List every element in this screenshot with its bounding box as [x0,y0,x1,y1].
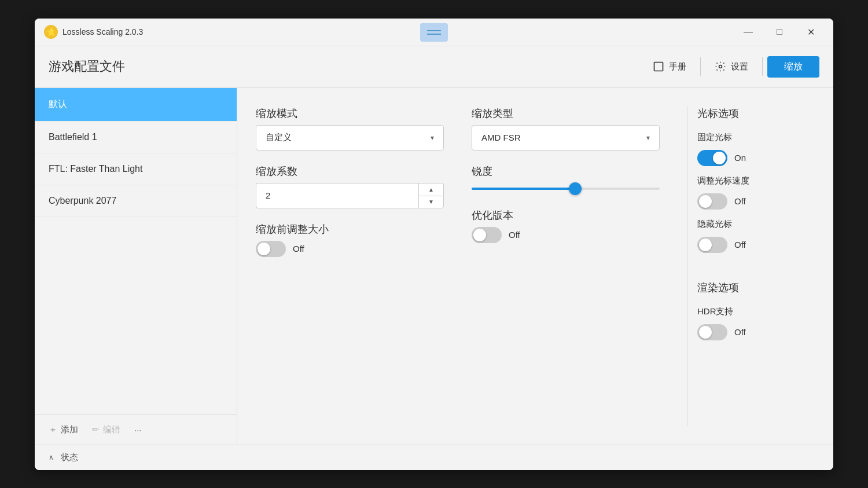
content: 缩放模式 自定义 ▾ 缩放系数 ▲ ▼ [237,88,833,445]
scaling-mode-dropdown[interactable]: 自定义 ▾ [256,125,444,151]
menu-icon[interactable] [420,23,448,42]
sidebar-item-bf1[interactable]: Battlefield 1 [35,122,237,153]
slider-fill [472,188,575,190]
right-panel: 光标选项 固定光标 On 调整光标速度 [687,107,815,426]
fixed-cursor-label: 固定光标 [697,132,815,143]
sharpness-slider[interactable] [472,183,660,195]
fixed-cursor-thumb [713,152,726,164]
header-actions: 手册 设置 缩放 [643,56,819,78]
status-chevron-icon: ∧ [49,453,54,461]
resize-toggle-row: Off [256,241,444,257]
sidebar-item-cyberpunk[interactable]: Cyberpunk 2077 [35,185,237,217]
optimize-toggle-label: Off [509,230,520,240]
hdr-toggle-row: Off [697,324,815,340]
hide-cursor-toggle-row: Off [697,237,815,253]
page-title: 游戏配置文件 [49,58,643,75]
scaling-type-value: AMD FSR [481,133,521,142]
app-title: Lossless Scaling 2.0.3 [62,27,143,36]
chevron-down-icon: ▾ [431,134,434,142]
status-label: 状态 [61,452,78,463]
hdr-toggle[interactable] [697,324,727,340]
window-controls: — □ ✕ [735,23,824,41]
optimize-toggle[interactable] [472,227,502,243]
fixed-cursor-toggle[interactable] [697,150,727,166]
manual-icon [653,61,664,72]
scale-factor-label: 缩放系数 [256,164,444,178]
header-divider [700,57,701,76]
adjust-speed-toggle-label: Off [734,196,746,206]
chevron-down-icon-2: ▾ [646,134,650,142]
sidebar-footer: ＋ 添加 ✏ 编辑 ··· [35,414,237,445]
hide-cursor-option: 隐藏光标 Off [697,219,815,253]
main-area: 默认 Battlefield 1 FTL: Faster Than Light … [35,88,833,445]
header: 游戏配置文件 手册 设置 缩放 [35,46,833,88]
manual-button[interactable]: 手册 [643,56,696,77]
render-options-title: 渲染选项 [697,281,815,295]
scaling-mode-title: 缩放模式 [256,107,444,120]
optimize-toggle-thumb [473,229,486,241]
fixed-cursor-toggle-label: On [734,153,746,163]
edit-icon: ✏ [92,424,100,435]
fixed-cursor-toggle-row: On [697,150,815,166]
sharpness-label: 锐度 [472,164,660,178]
content-area: 缩放模式 自定义 ▾ 缩放系数 ▲ ▼ [237,88,833,445]
close-button[interactable]: ✕ [797,23,824,41]
svg-point-1 [719,65,722,68]
adjust-speed-option: 调整光标速度 Off [697,175,815,210]
status-bar: ∧ 状态 [35,445,833,470]
hdr-thumb [699,326,712,339]
edit-button[interactable]: ✏ 编辑 [92,424,120,435]
adjust-speed-toggle-row: Off [697,193,815,210]
stepper-buttons: ▲ ▼ [418,183,444,208]
hide-cursor-toggle-label: Off [734,240,746,249]
settings-button[interactable]: 设置 [705,56,757,77]
scale-button[interactable]: 缩放 [767,56,819,78]
add-label: 添加 [61,424,78,435]
app-icon: 🌟 [44,25,58,39]
adjust-speed-label: 调整光标速度 [697,175,815,186]
stepper-up-button[interactable]: ▲ [418,183,444,196]
hide-cursor-label: 隐藏光标 [697,219,815,230]
hide-cursor-thumb [699,239,712,251]
fixed-cursor-option: 固定光标 On [697,132,815,166]
more-button[interactable]: ··· [134,425,142,435]
scale-factor-stepper: ▲ ▼ [256,183,444,208]
header-divider-2 [762,57,763,76]
slider-track [472,188,660,190]
maximize-button[interactable]: □ [766,23,793,41]
edit-label: 编辑 [103,424,120,435]
resize-label: 缩放前调整大小 [256,222,444,236]
adjust-speed-toggle[interactable] [697,193,727,210]
cursor-options-title: 光标选项 [697,107,815,120]
sidebar: 默认 Battlefield 1 FTL: Faster Than Light … [35,88,237,445]
sidebar-item-default[interactable]: 默认 [35,88,237,122]
stepper-down-button[interactable]: ▼ [418,196,444,208]
optimize-toggle-row: Off [472,227,660,243]
scaling-type-dropdown[interactable]: AMD FSR ▾ [472,125,660,151]
hdr-label: HDR支持 [697,306,815,317]
sidebar-item-ftl[interactable]: FTL: Faster Than Light [35,153,237,185]
gear-icon [715,61,726,72]
scaling-mode-col: 缩放模式 自定义 ▾ 缩放系数 ▲ ▼ [256,107,444,426]
resize-toggle[interactable] [256,241,286,257]
hdr-option: HDR支持 Off [697,306,815,340]
optimize-label: 优化版本 [472,208,660,222]
slider-thumb[interactable] [569,182,582,195]
more-label: ··· [134,425,142,435]
scaling-type-col: 缩放类型 AMD FSR ▾ 锐度 [472,107,660,426]
svg-rect-0 [654,63,663,71]
manual-label: 手册 [669,61,686,72]
hdr-toggle-label: Off [734,327,746,337]
scaling-mode-value: 自定义 [266,132,292,143]
scale-factor-input[interactable] [256,183,418,208]
minimize-button[interactable]: — [735,23,762,41]
adjust-speed-thumb [699,195,712,208]
scaling-type-title: 缩放类型 [472,107,660,120]
toggle-thumb [258,243,270,255]
plus-icon: ＋ [49,424,57,435]
add-button[interactable]: ＋ 添加 [49,424,78,435]
resize-toggle-label: Off [293,244,304,254]
hide-cursor-toggle[interactable] [697,237,727,253]
settings-label: 设置 [731,61,748,72]
title-bar: 🌟 Lossless Scaling 2.0.3 — □ ✕ [35,19,833,46]
